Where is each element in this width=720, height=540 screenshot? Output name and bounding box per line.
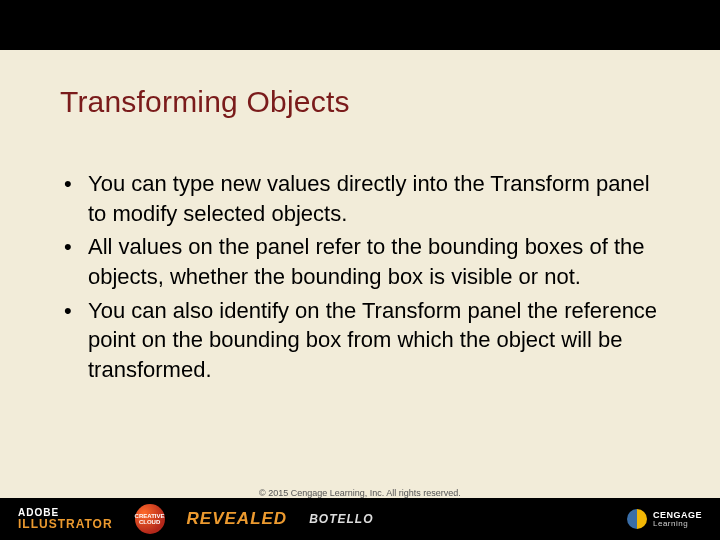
copyright-text: © 2015 Cengage Learning, Inc. All rights…: [0, 488, 720, 498]
bullet-item: All values on the panel refer to the bou…: [60, 232, 670, 291]
top-bar: [0, 0, 720, 50]
cengage-text: CENGAGE Learning: [653, 511, 702, 528]
cengage-line2: Learning: [653, 520, 702, 528]
adobe-illustrator-brand: ADOBE ILLUSTRATOR: [18, 508, 113, 530]
cc-line2: CLOUD: [139, 519, 160, 525]
slide: Transforming Objects You can type new va…: [0, 0, 720, 540]
creative-cloud-icon: CREATIVE CLOUD: [135, 504, 165, 534]
slide-title: Transforming Objects: [60, 85, 670, 119]
bullet-list: You can type new values directly into th…: [60, 169, 670, 385]
footer-bar: ADOBE ILLUSTRATOR CREATIVE CLOUD REVEALE…: [0, 498, 720, 540]
author-label: BOTELLO: [309, 512, 373, 526]
cengage-brand: CENGAGE Learning: [627, 509, 702, 529]
bullet-item: You can type new values directly into th…: [60, 169, 670, 228]
revealed-label: REVEALED: [187, 509, 288, 529]
content-area: Transforming Objects You can type new va…: [60, 85, 670, 389]
illustrator-label: ILLUSTRATOR: [18, 518, 113, 530]
bullet-item: You can also identify on the Transform p…: [60, 296, 670, 385]
cengage-icon: [627, 509, 647, 529]
